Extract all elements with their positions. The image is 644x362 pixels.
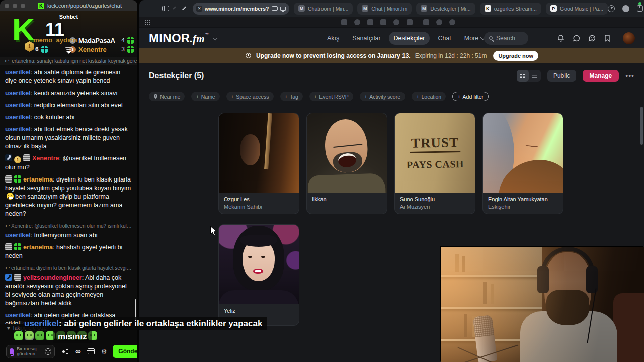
reader-mode-icon[interactable]	[280, 7, 286, 11]
avatar[interactable]	[623, 32, 635, 44]
chat-username[interactable]: Xenentre	[32, 155, 59, 162]
chat-message[interactable]: ↩ ertanelma: diyelim ki ben klasik gitar…	[5, 264, 132, 308]
gift-sub-icon[interactable]	[88, 348, 95, 354]
chat-text: : cok kotuler abi	[31, 114, 75, 121]
chat-username[interactable]: userilkel	[5, 232, 31, 239]
filter-activity-score[interactable]: +Activity score	[360, 92, 405, 101]
member-card[interactable]: TRUST PAYS CASH Suno Sunoğlu Ai Müzisyen	[395, 113, 475, 214]
gear-icon[interactable]: ⚙	[101, 348, 107, 355]
member-card[interactable]: Yeliz	[219, 225, 299, 325]
infinity-icon[interactable]: ∞	[75, 348, 81, 355]
message-input[interactable]: Bir mesaj gönderin	[6, 345, 55, 358]
apps-grid-icon[interactable]	[145, 20, 150, 25]
extension-icon[interactable]	[393, 19, 399, 25]
browser-tab[interactable]: P Good Music | Pa...	[546, 3, 608, 15]
traffic-light-minimize[interactable]	[13, 4, 17, 8]
address-bar[interactable]: ✕ www.minor.fm/members?page=1	[193, 3, 289, 15]
traffic-light-close[interactable]	[5, 4, 9, 8]
extension-icon[interactable]	[367, 19, 373, 25]
back-icon[interactable]	[182, 7, 186, 11]
public-button[interactable]: Public	[547, 70, 576, 82]
manage-button[interactable]: Manage	[583, 70, 619, 82]
chat-message[interactable]: ertanelma: diyelim ki ben klasik gitarla…	[5, 175, 132, 218]
emote-icon[interactable]	[35, 331, 44, 340]
nav-item-sanatcilar[interactable]: Sanatçılar	[347, 32, 385, 45]
extension-icon[interactable]	[407, 19, 413, 25]
chat-message[interactable]: userilkel: cok kotuler abi	[5, 113, 132, 122]
collapse-leaderboard-button[interactable]	[65, 47, 73, 54]
emoji-picker-icon[interactable]	[45, 348, 51, 355]
chat-message[interactable]: userilkel: redpillci elemanları silin ab…	[5, 101, 132, 110]
chat-message[interactable]: userilkel: abi sahte diploma ile giremes…	[5, 68, 132, 85]
chat-username[interactable]: userilkel	[5, 102, 31, 109]
smiley-bubble-icon[interactable]	[588, 34, 596, 42]
extension-icon[interactable]	[341, 19, 347, 25]
leaderboard-row[interactable]: 3 Xenentre 3	[69, 45, 134, 54]
chat-message[interactable]: ↩ Xenentre: @userilkel trollemesen olur …	[5, 222, 132, 240]
more-options-icon[interactable]: •••	[625, 72, 634, 80]
filter-tag[interactable]: +Tag	[280, 92, 303, 101]
emote-menu-icon[interactable]	[62, 348, 69, 355]
microphone-icon[interactable]	[10, 348, 14, 354]
reply-context[interactable]: ↩ ertanelma: diyelim ki ben klasik gitar…	[5, 264, 132, 273]
chat-username[interactable]: ertanelma	[23, 176, 53, 183]
downloads-icon[interactable]	[608, 5, 615, 12]
extension-icon[interactable]	[436, 19, 442, 25]
browser-tab[interactable]: M Destekçiler | Mi...	[416, 3, 475, 15]
filter-location[interactable]: +Location	[412, 92, 446, 101]
chat-message[interactable]: userilkel: kendi aranızda yetenek sınavı	[5, 89, 132, 98]
filter-name[interactable]: +Name	[191, 92, 219, 101]
chat-message-list[interactable]: userilkel: abi sahte diploma ile giremes…	[0, 66, 137, 324]
chevron-down-icon[interactable]	[173, 6, 176, 9]
reply-context[interactable]: ↩ Xenentre: @userilkel trollemesen olur …	[5, 222, 132, 230]
extension-icon[interactable]	[449, 19, 455, 25]
chat-username[interactable]: userilkel	[5, 89, 31, 97]
page-scrollbar[interactable]	[640, 107, 643, 145]
add-filter-button[interactable]: +Add filter	[452, 92, 489, 101]
filter-event-rsvp[interactable]: +Event RSVP	[309, 92, 353, 101]
extension-icon[interactable]	[354, 19, 360, 25]
send-button[interactable]: Gönder	[113, 345, 137, 358]
chevron-down-icon[interactable]	[213, 36, 217, 40]
blocker-icon[interactable]: ✕	[196, 6, 202, 12]
grid-view-button[interactable]	[517, 70, 529, 82]
member-card[interactable]: Ilkkan	[307, 113, 387, 214]
bookmark-icon[interactable]	[604, 34, 611, 42]
member-card[interactable]: Ozgur Les Mekanın Sahibi	[219, 113, 299, 214]
browser-tab[interactable]: M Chat | Minor.fm	[357, 3, 412, 15]
nav-item-akis[interactable]: Akış	[322, 32, 344, 45]
chat-bubble-icon[interactable]	[573, 34, 581, 42]
filter-near-me[interactable]: Near me	[149, 92, 185, 101]
nav-item-destekciler[interactable]: Destekçiler	[389, 32, 430, 45]
member-card[interactable]: Engin Altan Yamukyatan Eskişehir	[483, 113, 563, 214]
nav-item-chat[interactable]: Chat	[433, 32, 456, 45]
chat-username[interactable]: userilkel	[5, 126, 31, 133]
list-view-button[interactable]	[529, 70, 541, 82]
extension-icon[interactable]	[423, 19, 429, 25]
bell-icon[interactable]	[557, 34, 565, 42]
sidebar-toggle-icon[interactable]	[162, 6, 169, 11]
emote-icon[interactable]	[25, 331, 34, 340]
site-logo[interactable]: MINOR.fm™	[149, 31, 209, 45]
browser-tab[interactable]: K ozgurles Stream...	[480, 3, 541, 15]
browser-tab[interactable]: M Chatroom | Min...	[294, 3, 353, 15]
share-icon[interactable]	[637, 5, 643, 12]
chat-message[interactable]: ertanelma: hahshsh gayet yeterli bi nede…	[5, 243, 132, 260]
traffic-light-zoom[interactable]	[21, 4, 25, 8]
chat-username[interactable]: ertanelma	[23, 244, 53, 251]
pinned-message-bar[interactable]: ↩ ertanelma: sanatçı kabulü için net kıs…	[0, 57, 137, 65]
camera-permission-icon[interactable]	[272, 6, 278, 11]
chat-message[interactable]: 1Xenentre: @userilkel trollemesen olur m…	[5, 154, 132, 172]
chat-username[interactable]: userilkel	[5, 114, 31, 121]
chat-username[interactable]: userilkel	[5, 69, 31, 76]
chat-message[interactable]: userilkel: abi flort etmek bence direkt …	[5, 125, 132, 151]
view-toggle	[517, 70, 541, 82]
leaderboard-row[interactable]: 2 MadaPasaA 4	[69, 36, 134, 45]
emote-icon[interactable]	[14, 331, 23, 340]
filter-space-access[interactable]: +Space access	[226, 92, 274, 101]
chat-username[interactable]: yelizsoundengineer	[23, 274, 82, 281]
adblock-icon[interactable]	[622, 5, 629, 12]
upgrade-now-button[interactable]: Upgrade now	[493, 51, 538, 61]
search-input[interactable]: Search	[484, 32, 528, 45]
extension-icon[interactable]	[380, 19, 386, 25]
